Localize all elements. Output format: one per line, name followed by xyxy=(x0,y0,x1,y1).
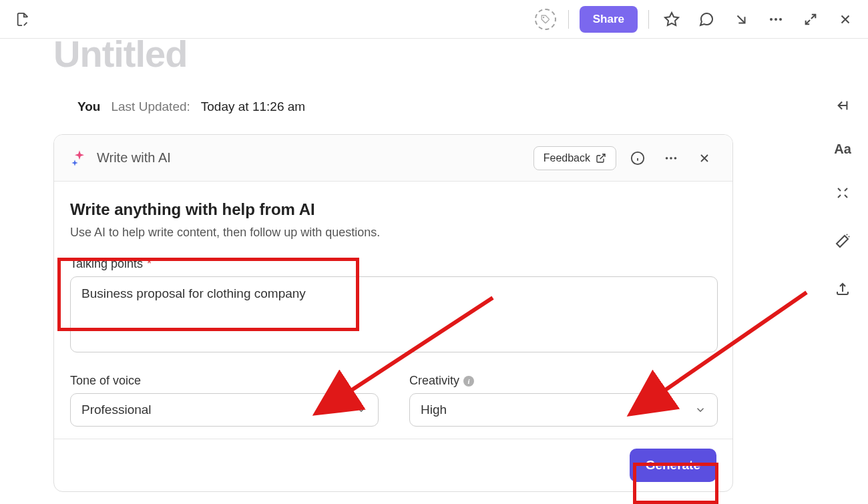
svg-point-2 xyxy=(770,18,773,21)
svg-marker-1 xyxy=(665,13,678,25)
panel-close-icon[interactable] xyxy=(692,146,716,170)
info-icon[interactable] xyxy=(626,146,650,170)
close-icon[interactable] xyxy=(833,7,857,31)
panel-more-icon[interactable] xyxy=(659,146,683,170)
tag-icon[interactable] xyxy=(533,7,558,31)
tone-label: Tone of voice xyxy=(70,374,379,388)
info-tooltip-icon[interactable]: i xyxy=(463,376,474,387)
expand-icon[interactable] xyxy=(799,7,823,31)
collapse-rail-icon[interactable] xyxy=(831,93,855,117)
author-name: You xyxy=(77,99,100,114)
document-title[interactable]: Untitled xyxy=(53,32,868,75)
magic-wand-icon[interactable] xyxy=(831,229,855,253)
talking-points-input[interactable]: Business proposal for clothing company xyxy=(70,276,718,352)
toolbar-divider xyxy=(568,10,569,29)
panel-heading: Write anything with help from AI xyxy=(70,200,716,219)
panel-title: Write with AI xyxy=(97,150,171,166)
tone-group: Tone of voice Professional xyxy=(70,374,379,427)
sparkle-icon xyxy=(70,149,89,168)
required-star: * xyxy=(147,257,152,271)
chevron-down-icon xyxy=(694,404,706,416)
talking-points-group: Talking points * Business proposal for c… xyxy=(70,257,716,355)
chevron-down-icon xyxy=(355,404,367,416)
svg-point-4 xyxy=(779,18,782,21)
toolbar-divider xyxy=(648,10,649,29)
creativity-value: High xyxy=(421,403,447,417)
svg-point-10 xyxy=(674,157,677,160)
panel-body: Write anything with help from AI Use AI … xyxy=(54,182,732,439)
ai-write-panel: Write with AI Feedback Write anything wi… xyxy=(53,134,733,492)
svg-point-3 xyxy=(775,18,777,21)
download-icon[interactable] xyxy=(729,7,753,31)
updated-label: Last Updated: xyxy=(111,99,190,114)
svg-point-0 xyxy=(543,17,544,17)
talking-points-label: Talking points * xyxy=(70,257,716,271)
creativity-select[interactable]: High xyxy=(409,393,718,427)
panel-subheading: Use AI to help write content, then follo… xyxy=(70,226,716,240)
creativity-group: Creativity i High xyxy=(409,374,718,427)
upload-icon[interactable] xyxy=(831,277,855,301)
feedback-button[interactable]: Feedback xyxy=(533,146,616,170)
favorite-icon[interactable] xyxy=(660,7,684,31)
svg-point-9 xyxy=(670,157,672,160)
panel-header: Write with AI Feedback xyxy=(54,135,732,182)
tone-select[interactable]: Professional xyxy=(70,393,379,427)
panel-footer: Generate xyxy=(54,439,732,491)
external-link-icon xyxy=(596,153,606,164)
document-template-icon[interactable] xyxy=(11,7,35,31)
svg-point-8 xyxy=(666,157,668,160)
generate-button[interactable]: Generate xyxy=(630,449,716,482)
tone-value: Professional xyxy=(81,403,152,417)
right-rail: Aa xyxy=(831,93,855,301)
document-meta: You Last Updated: Today at 11:26 am xyxy=(77,99,868,114)
more-options-icon[interactable] xyxy=(764,7,788,31)
comment-icon[interactable] xyxy=(694,7,718,31)
feedback-label: Feedback xyxy=(544,152,590,164)
creativity-label: Creativity i xyxy=(409,374,718,388)
document-area: Untitled You Last Updated: Today at 11:2… xyxy=(0,32,868,492)
updated-time: Today at 11:26 am xyxy=(201,99,305,114)
share-button[interactable]: Share xyxy=(580,6,638,33)
ai-sparkle-rail-icon[interactable] xyxy=(831,181,855,205)
typography-icon[interactable]: Aa xyxy=(834,142,851,157)
